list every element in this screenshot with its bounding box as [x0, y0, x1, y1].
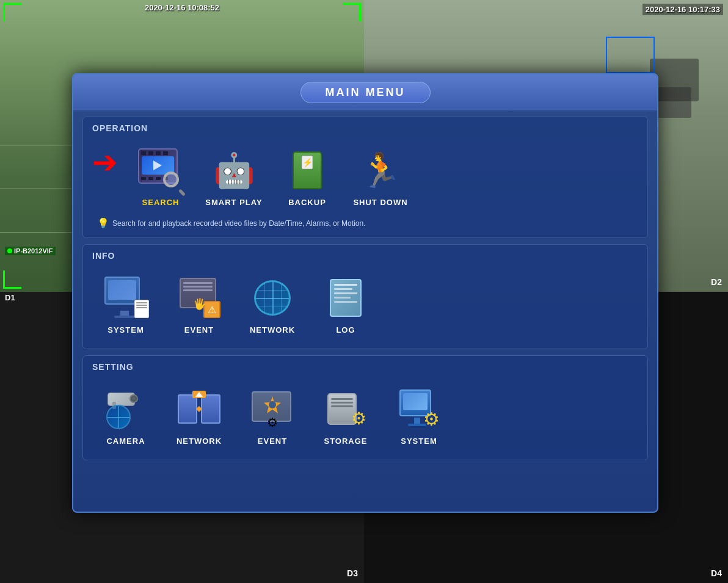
- info-section: INFO: [82, 244, 648, 349]
- info-network-label: NETWORK: [250, 325, 295, 335]
- setting-items-row: CAMERA: [92, 377, 638, 454]
- menu-item-setting-event[interactable]: ⚙ EVENT: [239, 380, 306, 451]
- cam2-timestamp: 2020-12-16 10:17:33: [642, 4, 723, 15]
- setting-section-title: SETTING: [92, 362, 638, 372]
- menu-title: MAIN MENU: [300, 82, 431, 103]
- menu-item-setting-network[interactable]: NETWORK: [166, 380, 233, 451]
- info-network-icon: [248, 273, 297, 322]
- cam2-label: D2: [711, 277, 722, 287]
- info-items-row: SYSTEM: [92, 266, 638, 342]
- search-icon: [136, 146, 185, 195]
- info-section-title: INFO: [92, 251, 638, 261]
- info-event-label: EVENT: [184, 325, 214, 335]
- search-label: SEARCH: [142, 198, 180, 207]
- info-system-label: SYSTEM: [107, 325, 144, 335]
- setting-camera-label: CAMERA: [106, 436, 145, 446]
- hint-text: Search for and playback recorded video f…: [112, 219, 365, 228]
- menu-item-setting-camera[interactable]: CAMERA: [92, 380, 159, 451]
- menu-item-info-system[interactable]: SYSTEM: [92, 269, 159, 339]
- shutdown-label: SHUT DOWN: [353, 198, 407, 207]
- setting-camera-icon: [101, 385, 150, 433]
- operation-section-title: OPERATION: [92, 123, 638, 133]
- operation-section: OPERATION ➔: [82, 117, 648, 238]
- cam1-timestamp: 2020-12-16 10:08:52: [145, 3, 219, 12]
- smartplay-label: SMART PLAY: [205, 198, 262, 207]
- menu-item-info-event[interactable]: ⚠ 🖐 EVENT: [166, 269, 233, 339]
- setting-network-label: NETWORK: [177, 436, 222, 446]
- main-menu-dialog: MAIN MENU OPERATION ➔: [72, 73, 658, 513]
- setting-event-icon: ⚙: [248, 385, 297, 433]
- info-event-icon: ⚠ 🖐: [175, 273, 224, 322]
- menu-item-search[interactable]: SEARCH: [127, 141, 194, 212]
- menu-item-backup[interactable]: ⚡ BACKUP: [274, 141, 341, 212]
- setting-system-label: SYSTEM: [401, 436, 437, 446]
- cam1-ip-label: IP-B2012VIF: [5, 247, 56, 255]
- setting-system-icon: ⚙: [395, 385, 443, 433]
- setting-storage-icon: ⚙: [321, 385, 370, 433]
- cam4-label: D4: [711, 568, 722, 578]
- hint-bulb-icon: 💡: [97, 217, 109, 229]
- detection-box: [606, 37, 655, 73]
- setting-network-icon: [175, 385, 224, 433]
- hint-row: 💡 Search for and playback recorded video…: [92, 215, 638, 231]
- shutdown-icon: 🏃: [356, 146, 405, 195]
- cam1-label: D1: [5, 293, 15, 302]
- info-system-icon: [101, 273, 150, 322]
- menu-item-shutdown[interactable]: 🏃 SHUT DOWN: [347, 141, 414, 212]
- operation-items-row: ➔: [92, 138, 638, 215]
- menu-item-setting-storage[interactable]: ⚙ STORAGE: [312, 380, 379, 451]
- selection-arrow: ➔: [92, 147, 118, 178]
- backup-icon: ⚡: [283, 146, 332, 195]
- cam3-label: D3: [347, 568, 358, 578]
- setting-event-label: EVENT: [258, 436, 287, 446]
- info-log-label: LOG: [336, 325, 355, 335]
- menu-item-smartplay[interactable]: 🤖 SMART PLAY: [200, 141, 268, 212]
- menu-item-setting-system[interactable]: ⚙ SYSTEM: [385, 380, 453, 451]
- menu-title-bar: MAIN MENU: [73, 74, 657, 110]
- setting-section: SETTING: [82, 355, 648, 460]
- backup-label: BACKUP: [288, 198, 326, 207]
- info-log-icon: [321, 273, 370, 322]
- menu-item-info-network[interactable]: NETWORK: [239, 269, 306, 339]
- menu-item-info-log[interactable]: LOG: [312, 269, 379, 339]
- smartplay-icon: 🤖: [209, 146, 258, 195]
- setting-storage-label: STORAGE: [324, 436, 367, 446]
